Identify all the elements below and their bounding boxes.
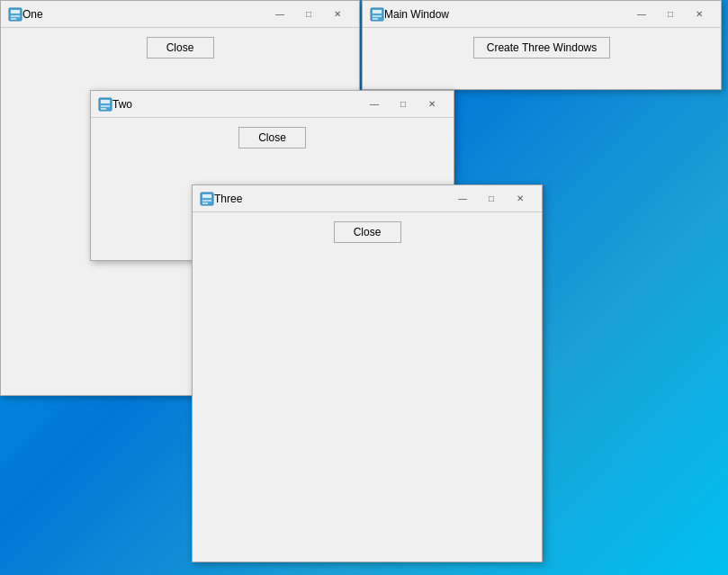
titlebar-main: Main Window — □ ✕ bbox=[363, 1, 721, 28]
window-three-controls: — □ ✕ bbox=[448, 189, 535, 209]
svg-rect-6 bbox=[373, 15, 382, 17]
window-three-close[interactable]: ✕ bbox=[506, 189, 535, 209]
window-one-controls: — □ ✕ bbox=[265, 4, 352, 24]
window-main-minimize[interactable]: — bbox=[627, 4, 656, 24]
window-one-close[interactable]: ✕ bbox=[323, 4, 352, 24]
titlebar-three: Three — □ ✕ bbox=[193, 185, 542, 212]
window-one-content: Close bbox=[1, 28, 359, 67]
window-three-content: Close bbox=[193, 212, 542, 252]
window-three-maximize[interactable]: □ bbox=[477, 189, 506, 209]
svg-rect-10 bbox=[101, 105, 110, 107]
window-main-content: Create Three Windows bbox=[363, 28, 721, 67]
svg-rect-15 bbox=[202, 202, 208, 204]
window-main-icon bbox=[370, 7, 384, 22]
window-main-controls: — □ ✕ bbox=[627, 4, 714, 24]
window-three-minimize[interactable]: — bbox=[448, 189, 477, 209]
window-three-title: Three bbox=[214, 193, 448, 205]
svg-rect-11 bbox=[101, 108, 106, 110]
window-two-controls: — □ ✕ bbox=[360, 94, 446, 114]
window-main-maximize[interactable]: □ bbox=[656, 4, 685, 24]
svg-rect-14 bbox=[202, 200, 211, 202]
window-one-close-button[interactable]: Close bbox=[147, 37, 214, 58]
window-one-title: One bbox=[22, 8, 265, 21]
svg-rect-5 bbox=[373, 10, 382, 13]
svg-rect-1 bbox=[11, 10, 20, 13]
window-two-close[interactable]: ✕ bbox=[418, 94, 446, 114]
window-main-close[interactable]: ✕ bbox=[685, 4, 714, 24]
window-one-icon bbox=[8, 7, 22, 22]
create-three-windows-button[interactable]: Create Three Windows bbox=[473, 37, 611, 58]
window-two-maximize[interactable]: □ bbox=[389, 94, 418, 114]
svg-rect-7 bbox=[373, 18, 378, 20]
svg-rect-13 bbox=[202, 194, 211, 198]
svg-rect-2 bbox=[11, 15, 20, 17]
window-two-content: Close bbox=[91, 118, 454, 157]
window-two-close-button[interactable]: Close bbox=[238, 127, 306, 148]
window-main[interactable]: Main Window — □ ✕ Create Three Windows bbox=[362, 0, 722, 90]
window-three[interactable]: Three — □ ✕ Close bbox=[192, 184, 543, 562]
window-three-close-button[interactable]: Close bbox=[334, 221, 401, 243]
window-one-minimize[interactable]: — bbox=[265, 4, 294, 24]
window-two-icon bbox=[98, 97, 112, 112]
svg-rect-3 bbox=[11, 18, 16, 20]
titlebar-two: Two — □ ✕ bbox=[91, 91, 454, 118]
titlebar-one: One — □ ✕ bbox=[1, 1, 359, 28]
window-two-minimize[interactable]: — bbox=[360, 94, 389, 114]
window-two-title: Two bbox=[112, 98, 360, 111]
window-one-maximize[interactable]: □ bbox=[294, 4, 323, 24]
window-three-icon bbox=[200, 192, 214, 206]
svg-rect-9 bbox=[101, 100, 110, 103]
window-main-title: Main Window bbox=[384, 8, 627, 21]
